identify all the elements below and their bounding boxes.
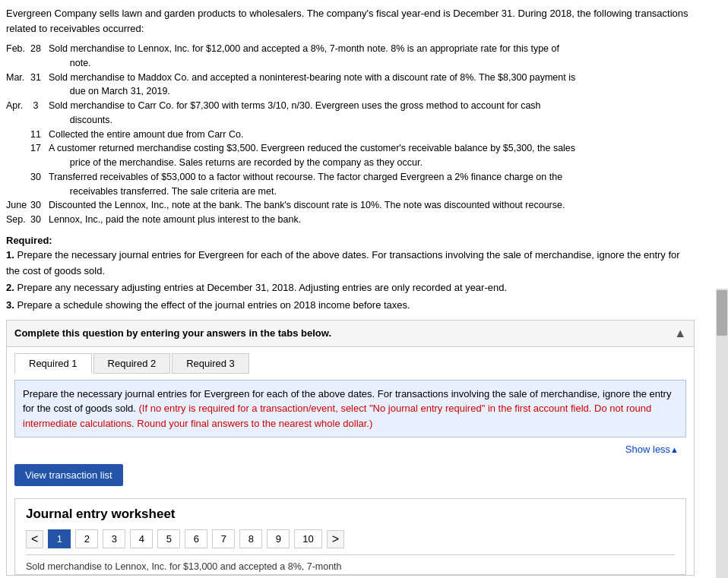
- view-transaction-list-button[interactable]: View transaction list: [14, 464, 123, 486]
- required-item-2: 2. Prepare any necessary adjusting entri…: [6, 280, 695, 296]
- list-item: June 30 Discounted the Lennox, Inc., not…: [6, 198, 695, 213]
- next-page-arrow[interactable]: >: [327, 530, 344, 548]
- list-item: Apr. 3 Sold merchandise to Carr Co. for …: [6, 99, 695, 128]
- page-6-button[interactable]: 6: [185, 529, 207, 548]
- page-4-button[interactable]: 4: [130, 529, 153, 548]
- list-item: 11 Collected the entire amount due from …: [6, 128, 695, 142]
- trans-desc: Sold merchandise to Lennox, Inc. for $12…: [49, 42, 695, 71]
- view-btn-row: View transaction list: [14, 458, 686, 492]
- trans-month: [6, 128, 30, 142]
- trans-day: 30: [30, 198, 49, 213]
- description-box: Prepare the necessary journal entries fo…: [14, 380, 686, 438]
- worksheet-desc-text: Sold merchandise to Lennox, Inc. for $13…: [26, 561, 342, 572]
- trans-day: 3: [30, 99, 49, 128]
- trans-desc: Lennox, Inc., paid the note amount plus …: [49, 213, 695, 227]
- page-7-button[interactable]: 7: [212, 529, 235, 548]
- trans-desc: A customer returned merchandise costing …: [49, 141, 695, 170]
- page-9-button[interactable]: 9: [267, 529, 290, 548]
- page-3-button[interactable]: 3: [103, 529, 125, 548]
- scrollbar-thumb[interactable]: [717, 290, 727, 336]
- list-item: Mar. 31 Sold merchandise to Maddox Co. a…: [6, 71, 695, 99]
- trans-month: Feb.: [6, 42, 30, 71]
- show-less-link[interactable]: Show less▲: [625, 444, 679, 455]
- show-less-row: Show less▲: [14, 441, 686, 458]
- pagination-row: < 1 2 3 4 5 6 7 8 9 10 >: [26, 529, 675, 548]
- instruction-text: Complete this question by entering your …: [14, 327, 331, 339]
- trans-day: 28: [30, 42, 49, 71]
- page-5-button[interactable]: 5: [157, 529, 180, 548]
- intro-text: Evergreen Company sells lawn and garden …: [6, 8, 688, 34]
- show-less-label: Show less: [625, 444, 670, 455]
- worksheet-title: Journal entry worksheet: [26, 507, 675, 522]
- trans-month: June: [6, 198, 30, 213]
- list-item: 17 A customer returned merchandise costi…: [6, 141, 695, 170]
- tab-required-1[interactable]: Required 1: [14, 353, 92, 374]
- trans-month: Sep.: [6, 213, 30, 227]
- required-title: Required:: [6, 235, 695, 246]
- required-item-1: 1. Prepare the necessary journal entries…: [6, 248, 695, 280]
- trans-day: 31: [30, 71, 49, 99]
- page-2-button[interactable]: 2: [75, 529, 98, 548]
- trans-month: [6, 170, 30, 199]
- required-items: 1. Prepare the necessary journal entries…: [6, 248, 695, 314]
- trans-desc: Sold merchandise to Carr Co. for $7,300 …: [49, 99, 695, 128]
- required-section: Required: 1. Prepare the necessary journ…: [6, 235, 695, 314]
- scroll-up-arrow[interactable]: ▲: [674, 327, 686, 340]
- trans-month: [6, 141, 30, 170]
- transactions-list: Feb. 28 Sold merchandise to Lennox, Inc.…: [6, 42, 695, 227]
- tab-required-3[interactable]: Required 3: [172, 353, 249, 374]
- prev-page-arrow[interactable]: <: [26, 530, 43, 548]
- trans-day: 30: [30, 170, 49, 199]
- trans-day: 17: [30, 141, 49, 170]
- instruction-box: Complete this question by entering your …: [6, 320, 695, 347]
- page-1-button[interactable]: 1: [48, 529, 71, 548]
- list-item: Feb. 28 Sold merchandise to Lennox, Inc.…: [6, 42, 695, 71]
- list-item: Sep. 30 Lennox, Inc., paid the note amou…: [6, 213, 695, 227]
- scrollbar[interactable]: [716, 289, 728, 578]
- trans-month: Apr.: [6, 99, 30, 128]
- list-item: 30 Transferred receivables of $53,000 to…: [6, 170, 695, 199]
- tab-required-2[interactable]: Required 2: [93, 353, 171, 374]
- trans-month: Mar.: [6, 71, 30, 99]
- trans-desc: Sold merchandise to Maddox Co. and accep…: [49, 71, 695, 99]
- page-8-button[interactable]: 8: [239, 529, 262, 548]
- required-item-3: 3. Prepare a schedule showing the effect…: [6, 298, 695, 314]
- trans-desc: Collected the entire amount due from Car…: [49, 128, 695, 142]
- trans-desc: Discounted the Lennox, Inc., note at the…: [49, 198, 695, 213]
- tabs-container: Required 1 Required 2 Required 3 Prepare…: [6, 347, 695, 576]
- show-less-arrow-icon: ▲: [670, 445, 679, 454]
- worksheet-desc: Sold merchandise to Lennox, Inc. for $13…: [26, 554, 675, 574]
- tabs-row: Required 1 Required 2 Required 3: [14, 353, 686, 374]
- intro-paragraph: Evergreen Company sells lawn and garden …: [6, 6, 695, 36]
- trans-day: 11: [30, 128, 49, 142]
- worksheet-box: Journal entry worksheet < 1 2 3 4 5 6 7 …: [14, 498, 686, 575]
- trans-desc: Transferred receivables of $53,000 to a …: [49, 170, 695, 199]
- trans-day: 30: [30, 213, 49, 227]
- page-10-button[interactable]: 10: [294, 529, 321, 548]
